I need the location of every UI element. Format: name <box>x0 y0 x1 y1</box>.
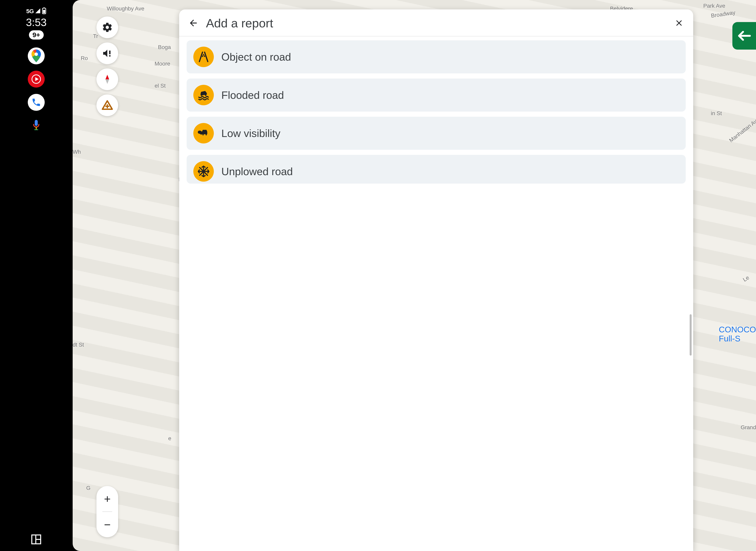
poi-label-line: CONOCO <box>719 325 756 334</box>
youtube-music-icon <box>30 73 42 85</box>
street-label: Le <box>742 274 750 283</box>
svg-rect-1 <box>43 7 45 8</box>
report-options-list[interactable]: Object on road Flooded road <box>179 36 693 551</box>
map-canvas[interactable]: Willoughby Ave Tr Ro Moore el St Boga Wh… <box>73 0 756 551</box>
mute-voice-button[interactable] <box>96 42 118 64</box>
street-label: Moore <box>154 61 170 67</box>
hazard-add-icon <box>101 99 113 111</box>
unplowed-road-icon <box>193 161 214 182</box>
notification-badge[interactable]: 9+ <box>29 30 44 40</box>
compass-button[interactable] <box>96 68 118 90</box>
compass-needle-icon <box>102 74 113 85</box>
zoom-in-button[interactable]: + <box>104 493 111 505</box>
poi-label-line: Full-S <box>719 334 740 343</box>
arrow-left-icon <box>737 31 751 41</box>
street-label: Grand <box>741 424 756 431</box>
object-on-road-icon <box>193 47 214 67</box>
cellular-signal-icon <box>35 8 41 15</box>
clock: 3:53 <box>26 16 47 28</box>
battery-icon <box>42 7 46 15</box>
report-option-object-on-road[interactable]: Object on road <box>186 40 686 73</box>
phone-icon <box>31 97 41 107</box>
street-label: Manhattan Ave <box>728 116 756 144</box>
rail-app-youtube-music[interactable] <box>28 71 45 88</box>
panel-title: Add a report <box>206 16 666 30</box>
report-option-label: Unplowed road <box>221 165 293 177</box>
voice-assistant-button[interactable] <box>32 119 41 132</box>
back-button[interactable] <box>187 17 199 29</box>
street-label: el St <box>154 83 165 89</box>
report-option-low-visibility[interactable]: Low visibility <box>186 117 686 150</box>
low-visibility-icon <box>193 123 214 143</box>
recenter-button[interactable] <box>732 22 756 50</box>
street-label: e <box>168 435 171 442</box>
android-auto-rail: 5G 3:53 9+ <box>0 0 73 551</box>
close-button[interactable] <box>673 17 685 29</box>
report-option-label: Low visibility <box>221 127 280 139</box>
poi-conoco[interactable]: CONOCO Full-S <box>719 325 756 343</box>
dashboard-icon <box>31 534 42 545</box>
svg-point-16 <box>203 57 204 59</box>
svg-point-18 <box>201 94 203 96</box>
divider <box>102 511 112 512</box>
svg-rect-11 <box>109 51 110 54</box>
svg-rect-12 <box>109 55 110 56</box>
street-label: Wh <box>73 149 81 155</box>
report-option-label: Flooded road <box>221 89 284 101</box>
street-label: G <box>86 485 90 491</box>
google-maps-pin-icon <box>31 49 41 62</box>
svg-point-19 <box>205 94 207 96</box>
map-controls-column <box>96 17 118 116</box>
gear-icon <box>102 22 113 33</box>
settings-button[interactable] <box>96 17 118 38</box>
rail-app-phone[interactable] <box>28 94 45 111</box>
report-hazard-button[interactable] <box>96 94 118 116</box>
svg-rect-2 <box>43 10 45 13</box>
report-option-flooded-road[interactable]: Flooded road <box>186 78 686 112</box>
scrollbar-thumb[interactable] <box>690 314 692 356</box>
rail-app-maps[interactable] <box>28 47 45 64</box>
speaker-alert-icon <box>102 48 113 59</box>
arrow-back-icon <box>188 18 199 28</box>
street-label: dt St <box>73 342 84 348</box>
add-report-panel: Add a report Object on road <box>179 9 693 551</box>
street-label: Ro <box>81 55 88 61</box>
panel-header: Add a report <box>179 9 693 36</box>
network-type: 5G <box>26 8 34 15</box>
street-label: Boga <box>158 44 171 50</box>
street-label: Broadway <box>711 9 736 19</box>
street-label: Park Ave <box>703 3 725 9</box>
report-option-label: Object on road <box>221 51 291 63</box>
zoom-out-button[interactable]: − <box>104 519 111 530</box>
zoom-control: + − <box>96 486 118 537</box>
svg-rect-5 <box>35 120 38 126</box>
svg-rect-17 <box>203 55 204 57</box>
status-bar: 5G <box>26 7 46 15</box>
report-option-unplowed-road[interactable]: Unplowed road <box>186 155 686 183</box>
street-label: in St <box>711 110 722 116</box>
street-label: Willoughby Ave <box>107 6 144 12</box>
flooded-road-icon <box>193 85 214 105</box>
close-icon <box>674 18 684 28</box>
app-launcher-button[interactable] <box>31 534 42 545</box>
svg-point-3 <box>35 53 38 56</box>
